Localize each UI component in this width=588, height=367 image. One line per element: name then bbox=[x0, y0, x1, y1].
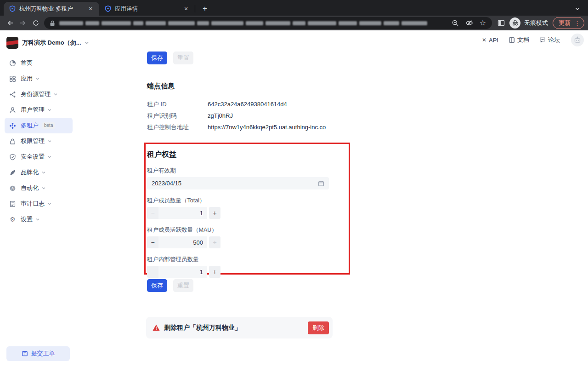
admin-count-stepper: − 1 + bbox=[147, 266, 220, 278]
tab-search-chevron-icon[interactable] bbox=[571, 3, 583, 15]
new-tab-button[interactable]: + bbox=[199, 3, 211, 15]
workspace-name: 万科演示 Demo（勿... bbox=[22, 39, 81, 47]
stepper-value[interactable]: 1 bbox=[158, 207, 207, 219]
incognito-label: 无痕模式 bbox=[524, 19, 548, 27]
expiry-date-input[interactable]: 2023/04/15 bbox=[147, 177, 329, 189]
delete-button[interactable]: 删除 bbox=[308, 321, 329, 334]
browser-chrome: 杭州万科物业-多租户 ✕ 应用详情 ✕ + bbox=[0, 0, 588, 30]
plus-button[interactable]: + bbox=[209, 266, 220, 278]
mau-stepper: − 500 + bbox=[147, 236, 220, 248]
main-panel: ✕ API 文档 论坛 保存 重置 bbox=[77, 30, 588, 367]
workspace-switcher[interactable]: 万科演示 Demo（勿... bbox=[0, 30, 77, 49]
back-icon[interactable] bbox=[4, 17, 17, 29]
eye-off-icon[interactable] bbox=[464, 17, 475, 29]
gear-icon: ⚙ bbox=[9, 216, 16, 223]
endpoint-row-tenant-id: 租户 ID 642c32a24a624938041614d4 bbox=[147, 98, 404, 110]
docs-icon bbox=[509, 37, 515, 43]
main-header: ✕ API 文档 论坛 bbox=[482, 33, 584, 47]
vanke-logo bbox=[6, 37, 18, 49]
sidebar-item-settings[interactable]: ⚙ 设置 bbox=[5, 212, 73, 227]
tenant-settings-content: 保存 重置 端点信息 租户 ID 642c32a24a624938041614d… bbox=[147, 52, 404, 133]
redacted-url bbox=[59, 21, 446, 25]
total-members-stepper: − 1 + bbox=[147, 207, 220, 219]
tab-title: 应用详情 bbox=[115, 5, 182, 13]
minus-button[interactable]: − bbox=[147, 236, 158, 248]
save-button[interactable]: 保存 bbox=[147, 279, 167, 292]
sidebar-item-multi-tenant[interactable]: 多租户 beta bbox=[5, 118, 73, 133]
reset-button[interactable]: 重置 bbox=[173, 52, 193, 64]
incognito-badge: 无痕模式 bbox=[509, 17, 548, 29]
chrome-update-button[interactable]: 更新 ⋮ bbox=[553, 17, 584, 29]
automation-icon: A bbox=[9, 185, 16, 192]
bookmark-star-icon[interactable]: ☆ bbox=[477, 17, 488, 29]
menu-dots-icon[interactable]: ⋮ bbox=[574, 20, 580, 27]
stepper-value[interactable]: 500 bbox=[158, 236, 207, 248]
tab-app-detail[interactable]: 应用详情 ✕ bbox=[99, 2, 195, 16]
address-bar[interactable]: ☆ bbox=[44, 17, 492, 29]
update-label: 更新 bbox=[559, 19, 571, 27]
audit-log-icon bbox=[9, 201, 16, 207]
lock-icon bbox=[9, 138, 16, 145]
plus-button[interactable]: + bbox=[209, 207, 220, 219]
reload-icon[interactable] bbox=[29, 17, 42, 29]
tenant-benefits-highlight-box: 租户权益 租户有效期 2023/04/15 租户成员数量（Total） − 1 … bbox=[144, 143, 350, 275]
expiry-label: 租户有效期 bbox=[147, 167, 343, 175]
expiry-date-value: 2023/04/15 bbox=[152, 180, 318, 187]
reset-button[interactable]: 重置 bbox=[173, 279, 193, 292]
close-icon[interactable]: ✕ bbox=[86, 5, 95, 13]
forum-link[interactable]: 论坛 bbox=[539, 36, 560, 44]
sidebar-nav: 首页 应用 身份源管理 用户管理 bbox=[0, 55, 77, 227]
home-icon bbox=[9, 60, 16, 67]
shield-check-icon bbox=[9, 154, 16, 161]
warning-triangle-icon bbox=[153, 324, 160, 331]
zoom-out-icon[interactable] bbox=[450, 17, 461, 29]
sidebar-item-identity-sources[interactable]: 身份源管理 bbox=[5, 86, 73, 102]
tab-tenant-page[interactable]: 杭州万科物业-多租户 ✕ bbox=[4, 2, 99, 16]
delete-tenant-card: 删除租户「杭州万科物业」 删除 bbox=[146, 317, 333, 338]
brush-icon bbox=[9, 169, 16, 176]
endpoint-section-title: 端点信息 bbox=[147, 82, 404, 91]
chevron-down-icon bbox=[36, 77, 40, 80]
chevron-down-icon bbox=[48, 108, 51, 112]
authing-shield-icon bbox=[9, 6, 16, 12]
sidebar-item-apps[interactable]: 应用 bbox=[5, 71, 73, 86]
apps-icon bbox=[9, 75, 16, 82]
tab-strip: 杭州万科物业-多租户 ✕ 应用详情 ✕ + bbox=[0, 0, 588, 16]
admin-count-label: 租户内部管理员数量 bbox=[147, 256, 343, 264]
endpoint-row-console-url: 租户控制台地址 https://7nw1y4n6kkqe2pt5.uat.aut… bbox=[147, 121, 404, 133]
sidebar: 万科演示 Demo（勿... 首页 应用 bbox=[0, 30, 77, 367]
sidebar-item-audit-logs[interactable]: 审计日志 bbox=[5, 196, 73, 212]
sidebar-item-branding[interactable]: 品牌化 bbox=[5, 165, 73, 180]
chevron-down-icon bbox=[42, 171, 45, 174]
sidebar-item-user-management[interactable]: 用户管理 bbox=[5, 102, 73, 118]
delete-tenant-text: 删除租户「杭州万科物业」 bbox=[164, 324, 308, 332]
side-panel-icon[interactable] bbox=[495, 17, 508, 29]
multi-tenant-icon bbox=[9, 122, 16, 129]
forum-icon bbox=[539, 37, 546, 43]
mau-label: 租户成员活跃数量（MAU） bbox=[147, 226, 343, 234]
browser-toolbar: ☆ 无痕模式 更新 ⋮ bbox=[0, 16, 588, 30]
svg-text:A: A bbox=[11, 186, 14, 190]
api-link[interactable]: ✕ API bbox=[482, 37, 498, 44]
docs-link[interactable]: 文档 bbox=[509, 36, 529, 44]
chevron-down-icon bbox=[48, 155, 51, 159]
ticket-icon bbox=[22, 350, 28, 357]
forward-icon[interactable] bbox=[17, 17, 29, 29]
plus-button[interactable]: + bbox=[209, 236, 220, 248]
sidebar-item-permissions[interactable]: 权限管理 bbox=[5, 133, 73, 149]
minus-button[interactable]: − bbox=[147, 207, 158, 219]
incognito-icon bbox=[509, 17, 520, 29]
stepper-value[interactable]: 1 bbox=[158, 266, 207, 278]
total-members-label: 租户成员数量（Total） bbox=[147, 197, 343, 205]
api-icon: ✕ bbox=[482, 37, 486, 43]
save-button[interactable]: 保存 bbox=[147, 52, 167, 64]
close-icon[interactable]: ✕ bbox=[182, 5, 190, 13]
benefits-section-title: 租户权益 bbox=[147, 150, 343, 160]
minus-button[interactable]: − bbox=[147, 266, 158, 278]
sidebar-item-automation[interactable]: A 自动化 bbox=[5, 180, 73, 196]
submit-ticket-button[interactable]: 提交工单 bbox=[6, 346, 70, 361]
sidebar-item-security-settings[interactable]: 安全设置 bbox=[5, 149, 73, 165]
sidebar-item-home[interactable]: 首页 bbox=[5, 55, 73, 71]
lock-icon bbox=[50, 20, 55, 26]
assistant-robot-avatar[interactable] bbox=[571, 34, 584, 46]
